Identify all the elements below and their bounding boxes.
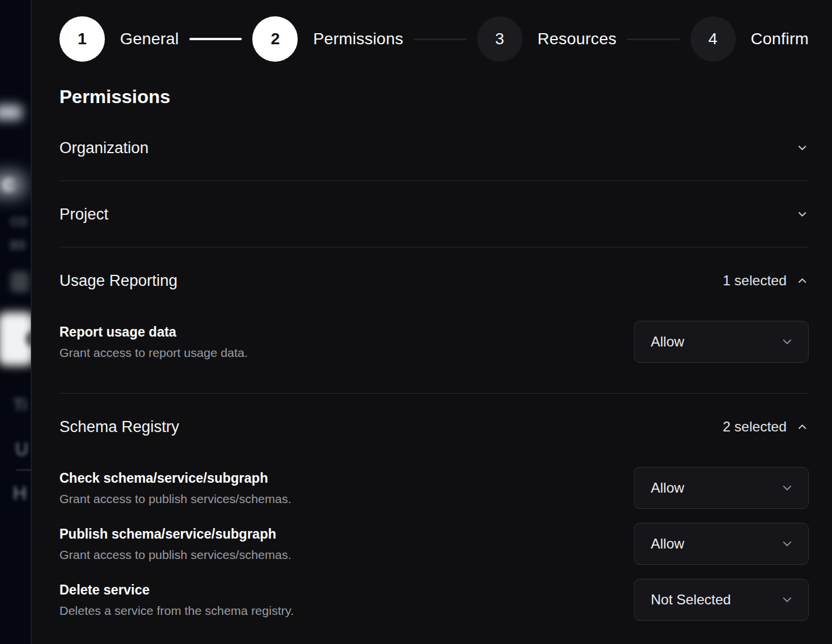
- permission-row-publish-schema: Publish schema/service/subgraph Grant ac…: [59, 523, 809, 565]
- selected-value: Not Selected: [651, 592, 731, 608]
- step-connector-done: [189, 38, 242, 40]
- permission-row-check-schema: Check schema/service/subgraph Grant acce…: [59, 467, 809, 509]
- sidebar-blurred-text: c: [2, 171, 15, 196]
- section-title: Project: [59, 206, 108, 222]
- permission-title: Delete service: [59, 582, 294, 597]
- section-title: Schema Registry: [59, 419, 179, 435]
- step-permissions[interactable]: 2 Permissions: [252, 16, 403, 62]
- sidebar-blurred-text: co: [10, 212, 27, 230]
- chevron-up-icon: [796, 420, 809, 433]
- selected-value: Allow: [651, 536, 684, 552]
- sidebar-blurred-pill: [0, 105, 22, 120]
- selected-count-badge: 1 selected: [723, 273, 787, 289]
- permission-row-delete-service: Delete service Deletes a service from th…: [59, 579, 809, 621]
- permission-select[interactable]: Allow: [634, 523, 809, 565]
- permission-select[interactable]: Allow: [634, 321, 809, 363]
- permission-sections: Organization Project Usage Reporting 1 s…: [59, 140, 809, 621]
- section-header-organization[interactable]: Organization: [59, 140, 809, 181]
- sidebar-blurred-icon: [10, 271, 29, 292]
- step-number-badge: 1: [59, 16, 105, 62]
- permission-select[interactable]: Not Selected: [634, 579, 809, 621]
- step-general[interactable]: 1 General: [59, 16, 179, 62]
- step-number-badge: 4: [690, 16, 736, 62]
- permission-row-report-usage-data: Report usage data Grant access to report…: [59, 321, 809, 363]
- chevron-down-icon: [780, 593, 794, 607]
- step-confirm[interactable]: 4 Confirm: [690, 16, 809, 62]
- section-project: Project: [59, 181, 809, 247]
- wizard-stepper: 1 General 2 Permissions 3 Resources 4 Co…: [59, 16, 809, 62]
- step-number-badge: 2: [252, 16, 298, 62]
- section-schema-registry: Schema Registry 2 selected Check schema/…: [59, 394, 809, 621]
- step-label: Permissions: [313, 30, 403, 48]
- permission-title: Report usage data: [59, 324, 248, 339]
- permission-description: Grant access to publish services/schemas…: [59, 548, 291, 561]
- selected-count-badge: 2 selected: [723, 419, 787, 435]
- sidebar-blurred-text: H: [13, 482, 27, 504]
- selected-value: Allow: [651, 480, 684, 496]
- step-label: Resources: [538, 30, 617, 48]
- permission-description: Deletes a service from the schema regist…: [59, 604, 294, 617]
- sidebar-blurred-text: Ti: [13, 395, 27, 415]
- permission-title: Publish schema/service/subgraph: [59, 526, 291, 542]
- sidebar-blurred-text: as: [9, 235, 26, 253]
- permission-description: Grant access to publish services/schemas…: [59, 492, 291, 505]
- permission-title: Check schema/service/subgraph: [59, 470, 291, 486]
- step-resources[interactable]: 3 Resources: [477, 16, 617, 62]
- sidebar-blurred-text: U: [15, 439, 28, 460]
- section-header-usage-reporting[interactable]: Usage Reporting 1 selected: [59, 273, 809, 289]
- step-connector-todo: [627, 38, 679, 40]
- chevron-down-icon: [780, 481, 794, 495]
- permission-rows: Report usage data Grant access to report…: [59, 321, 809, 363]
- section-header-schema-registry[interactable]: Schema Registry 2 selected: [59, 419, 809, 435]
- page-title: Permissions: [59, 85, 809, 108]
- app-sidebar-blurred: c co as Ti U H: [0, 0, 31, 644]
- chevron-down-icon: [796, 208, 809, 221]
- section-organization: Organization: [59, 140, 809, 181]
- chevron-down-icon: [780, 335, 794, 349]
- step-label: General: [120, 30, 179, 48]
- permission-select[interactable]: Allow: [634, 467, 809, 509]
- selected-value: Allow: [651, 334, 684, 350]
- step-number-badge: 3: [477, 16, 523, 62]
- permission-rows: Check schema/service/subgraph Grant acce…: [59, 467, 809, 621]
- access-token-wizard: 1 General 2 Permissions 3 Resources 4 Co…: [32, 0, 832, 644]
- sidebar-blurred-divider: [16, 469, 31, 470]
- chevron-down-icon: [780, 537, 794, 551]
- step-label: Confirm: [751, 30, 809, 48]
- chevron-down-icon: [796, 141, 809, 154]
- section-title: Usage Reporting: [59, 273, 178, 289]
- section-title: Organization: [59, 140, 149, 156]
- permission-description: Grant access to report usage data.: [59, 346, 248, 359]
- section-header-project[interactable]: Project: [59, 206, 809, 247]
- step-connector-todo: [414, 38, 466, 40]
- chevron-up-icon: [796, 274, 809, 287]
- section-usage-reporting: Usage Reporting 1 selected Report usage …: [59, 247, 809, 394]
